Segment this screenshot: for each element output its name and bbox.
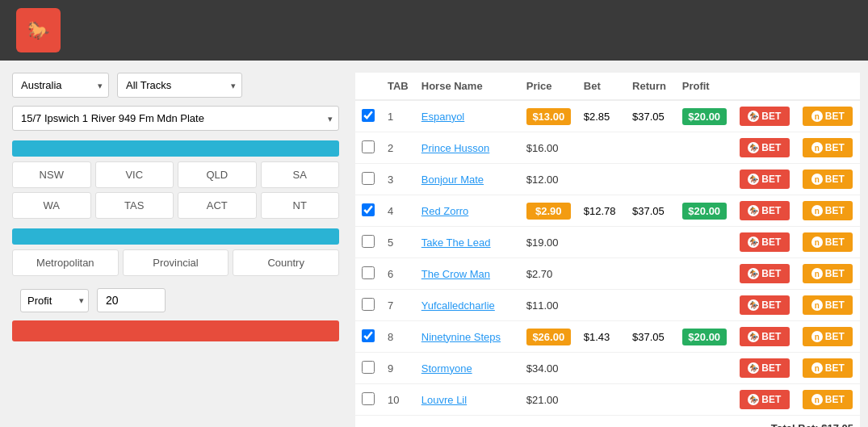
- profit-badge: $20.00: [682, 203, 727, 220]
- horse-profit: [676, 258, 733, 290]
- neds-icon: n: [811, 394, 823, 405]
- horse-profit: [676, 164, 733, 195]
- horse-return: [626, 353, 676, 384]
- ladbrokes-icon: 🏇: [748, 299, 759, 311]
- provincial-btn[interactable]: Provincial: [123, 249, 229, 276]
- state-btn-wa[interactable]: WA: [12, 192, 91, 219]
- state-btn-tas[interactable]: TAS: [95, 192, 174, 219]
- horse-name-link[interactable]: Louvre Lil: [421, 394, 467, 406]
- horse-return: [626, 164, 676, 195]
- th-return: Return: [626, 73, 676, 100]
- profit-select-wrapper: Profit Return ▾: [20, 289, 89, 312]
- horse-price: $13.00: [520, 100, 577, 132]
- th-btn1: [733, 73, 797, 100]
- table-row: 9Stormyone$34.00🏇 BETn BET: [355, 353, 860, 384]
- tab-number: 7: [381, 290, 415, 321]
- neds-bet-button[interactable]: n BET: [803, 264, 853, 283]
- horse-name-link[interactable]: Red Zorro: [421, 205, 469, 217]
- checkbox-row-10[interactable]: [362, 392, 375, 405]
- checkbox-row-3[interactable]: [362, 172, 375, 185]
- metropolitan-btn[interactable]: Metropolitan: [12, 249, 119, 276]
- profit-select[interactable]: Profit Return: [20, 289, 89, 312]
- neds-bet-button[interactable]: n BET: [803, 390, 853, 409]
- table-row: 8Ninetynine Steps$26.00$1.43$37.05$20.00…: [355, 321, 860, 353]
- race-select[interactable]: 15/7 Ipswich 1 River 949 Fm Mdn Plate: [12, 106, 339, 131]
- ladbrokes-bet-button[interactable]: 🏇 BET: [740, 264, 790, 283]
- horse-name-link[interactable]: Bonjour Mate: [421, 174, 484, 186]
- horse-bet: [577, 258, 626, 290]
- horse-name-link[interactable]: Stormyone: [421, 362, 472, 375]
- right-panel: TAB Horse Name Price Bet Return Profit 1…: [351, 61, 868, 427]
- ladbrokes-bet-button[interactable]: 🏇 BET: [740, 232, 790, 252]
- state-btn-nsw[interactable]: NSW: [12, 161, 91, 188]
- neds-bet-button[interactable]: n BET: [803, 201, 853, 220]
- all-states-button[interactable]: [12, 140, 339, 157]
- neds-bet-button[interactable]: n BET: [803, 138, 853, 157]
- tab-number: 3: [381, 164, 415, 195]
- track-select[interactable]: All Tracks Metropolitan Provincial Count…: [117, 73, 242, 98]
- price-badge: $26.00: [526, 329, 571, 345]
- checkbox-row-5[interactable]: [362, 235, 375, 248]
- horse-price: $16.00: [520, 132, 577, 164]
- table-row: 5Take The Lead$19.00🏇 BETn BET: [355, 227, 860, 258]
- horse-name-link[interactable]: The Crow Man: [421, 268, 490, 280]
- neds-bet-button[interactable]: n BET: [803, 107, 853, 126]
- profit-input[interactable]: [97, 288, 166, 312]
- checkbox-row-7[interactable]: [362, 298, 375, 311]
- ladbrokes-bet-button[interactable]: 🏇 BET: [740, 201, 790, 220]
- profit-badge: $20.00: [682, 329, 727, 345]
- state-btn-qld[interactable]: QLD: [178, 161, 257, 188]
- checkbox-row-8[interactable]: [362, 329, 375, 342]
- country-select-wrapper: Australia New Zealand UK ▾: [12, 73, 109, 98]
- horse-icon: 🐎: [27, 20, 49, 41]
- total-bet-row: Total Bet: $17.05: [355, 416, 860, 428]
- horse-price: $19.00: [520, 227, 577, 258]
- ladbrokes-bet-button[interactable]: 🏇 BET: [740, 170, 790, 189]
- horse-name-link[interactable]: Prince Husson: [421, 142, 490, 154]
- checkbox-row-6[interactable]: [362, 266, 375, 279]
- horse-name-link[interactable]: Yufcalledcharlie: [421, 299, 495, 312]
- total-bet-label: Total Bet:: [771, 422, 819, 427]
- table-row: 10Louvre Lil$21.00🏇 BETn BET: [355, 384, 860, 416]
- horse-return: $37.05: [626, 100, 676, 132]
- state-btn-sa[interactable]: SA: [261, 161, 340, 188]
- horse-bet: $12.78: [577, 195, 626, 227]
- horse-bet: $2.85: [577, 100, 626, 132]
- track-select-wrapper: All Tracks Metropolitan Provincial Count…: [117, 73, 242, 98]
- horse-profit: $20.00: [676, 321, 733, 353]
- neds-bet-button[interactable]: n BET: [803, 358, 853, 378]
- ladbrokes-bet-button[interactable]: 🏇 BET: [740, 107, 790, 126]
- th-price: Price: [520, 73, 577, 100]
- calculate-button[interactable]: [12, 320, 339, 341]
- country-btn[interactable]: Country: [233, 249, 339, 276]
- horse-name-link[interactable]: Espanyol: [421, 111, 464, 123]
- horse-bet: [577, 227, 626, 258]
- ladbrokes-bet-button[interactable]: 🏇 BET: [740, 138, 790, 157]
- state-btn-nt[interactable]: NT: [261, 192, 340, 219]
- all-button[interactable]: [12, 228, 339, 245]
- neds-icon: n: [811, 268, 823, 279]
- ladbrokes-bet-button[interactable]: 🏇 BET: [740, 390, 790, 409]
- neds-bet-button[interactable]: n BET: [803, 327, 853, 346]
- country-select[interactable]: Australia New Zealand UK: [12, 73, 109, 98]
- ladbrokes-bet-button[interactable]: 🏇 BET: [740, 295, 790, 315]
- neds-bet-button[interactable]: n BET: [803, 295, 853, 315]
- ladbrokes-bet-button[interactable]: 🏇 BET: [740, 327, 790, 346]
- horse-bet: [577, 290, 626, 321]
- checkbox-row-4[interactable]: [362, 203, 375, 216]
- checkbox-row-2[interactable]: [362, 140, 375, 153]
- ladbrokes-bet-button[interactable]: 🏇 BET: [740, 358, 790, 378]
- tab-number: 4: [381, 195, 415, 227]
- state-btn-vic[interactable]: VIC: [95, 161, 174, 188]
- neds-icon: n: [811, 205, 823, 216]
- checkbox-row-1[interactable]: [362, 109, 375, 122]
- neds-bet-button[interactable]: n BET: [803, 170, 853, 189]
- ladbrokes-icon: 🏇: [748, 142, 759, 153]
- table-row: 6The Crow Man$2.70🏇 BETn BET: [355, 258, 860, 290]
- neds-bet-button[interactable]: n BET: [803, 232, 853, 252]
- horse-name-link[interactable]: Take The Lead: [421, 237, 491, 249]
- horse-name-link[interactable]: Ninetynine Steps: [421, 331, 501, 343]
- checkbox-row-9[interactable]: [362, 361, 375, 374]
- horse-profit: $20.00: [676, 100, 733, 132]
- state-btn-act[interactable]: ACT: [178, 192, 257, 219]
